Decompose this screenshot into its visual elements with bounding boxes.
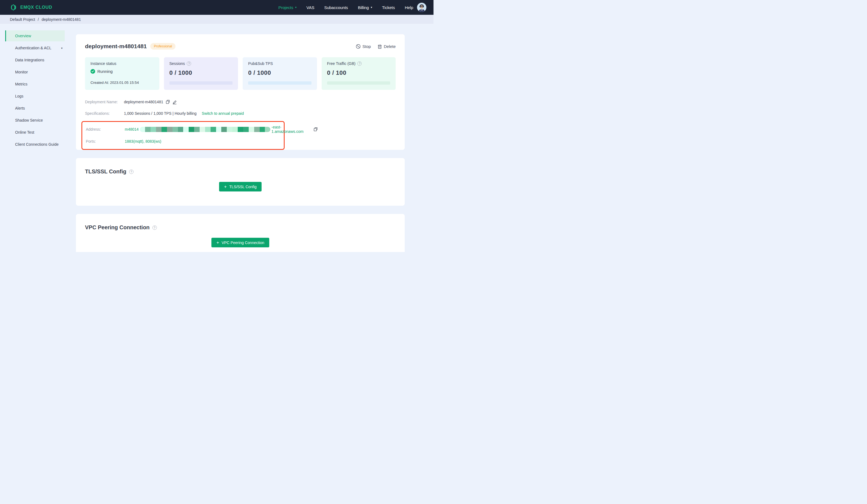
stat-value: 0 / 1000 xyxy=(170,69,233,76)
nav-item-help[interactable]: Help xyxy=(405,5,413,10)
deployment-details: Deployment Name: deployment-m4801481 xyxy=(85,98,396,150)
vpc-peering-card: VPC Peering Connection ? + VPC Peering C… xyxy=(76,214,405,252)
sidebar-item-label: Shadow Service xyxy=(15,118,43,122)
sidebar-item-client-connections-guide[interactable]: Client Connections Guide xyxy=(5,139,65,150)
breadcrumb-project[interactable]: Default Project xyxy=(10,17,35,22)
specifications-row: Specifications: 1,000 Sessions / 1,000 T… xyxy=(85,110,396,117)
nav-item-subaccounts[interactable]: Subaccounts xyxy=(324,5,348,10)
brand[interactable]: EMQX CLOUD xyxy=(10,3,52,11)
stat-label: Pub&Sub TPS xyxy=(248,61,273,66)
stat-value: 0 / 100 xyxy=(327,69,390,76)
sidebar-item-label: Logs xyxy=(15,94,23,98)
main-content: deployment-m4801481 Professional Stop xyxy=(76,24,405,252)
chevron-down-icon: ▾ xyxy=(371,6,372,9)
sidebar-item-alerts[interactable]: Alerts xyxy=(5,103,65,114)
stat-label: Instance status xyxy=(90,61,154,66)
help-icon[interactable]: ? xyxy=(357,61,362,66)
sidebar-item-monitor[interactable]: Monitor xyxy=(5,67,65,77)
sidebar-item-online-test[interactable]: Online Test xyxy=(5,127,65,138)
deployment-header: deployment-m4801481 Professional Stop xyxy=(85,34,396,50)
copy-icon xyxy=(165,100,170,104)
tls-section-title: TLS/SSL Config xyxy=(85,168,126,175)
stop-button[interactable]: Stop xyxy=(356,44,371,49)
nav-item-label: Billing xyxy=(358,5,369,10)
plan-badge: Professional xyxy=(150,43,175,50)
trash-icon xyxy=(377,44,382,49)
specifications-value: 1,000 Sessions / 1,000 TPS | Hourly bill… xyxy=(124,111,196,116)
ports-value: 1883(mqtt), 8083(ws) xyxy=(125,139,161,143)
nav-item-billing[interactable]: Billing ▾ xyxy=(358,5,372,10)
annotation-highlight-box: Address: m48014 -east-1.amazonaws.com xyxy=(82,121,285,150)
address-row: Address: m48014 -east-1.amazonaws.com xyxy=(86,125,284,134)
sidebar-item-label: Overview xyxy=(15,34,31,38)
sidebar-item-label: Alerts xyxy=(15,106,25,110)
avatar[interactable] xyxy=(417,3,426,12)
add-tls-ssl-config-label: TLS/SSL Config xyxy=(229,185,257,189)
help-icon[interactable]: ? xyxy=(129,169,133,174)
deployment-actions: Stop Del xyxy=(356,44,396,49)
pencil-icon xyxy=(172,100,177,105)
breadcrumb-separator: / xyxy=(38,17,39,22)
add-tls-ssl-config-button[interactable]: + TLS/SSL Config xyxy=(219,182,261,191)
stat-card: Free Traffic (GB) ? 0 / 100 xyxy=(322,57,396,90)
copy-icon xyxy=(313,127,318,131)
help-icon[interactable]: ? xyxy=(152,226,157,230)
stat-label: Free Traffic (GB) xyxy=(327,61,356,66)
status-badge: Running xyxy=(97,69,113,74)
created-at: Created At: 2023.01.05 15:54 xyxy=(90,80,154,85)
sidebar-item-authentication-acl[interactable]: Authentication & ACL ▾ xyxy=(5,42,65,53)
stat-card: Pub&Sub TPS 0 / 1000 xyxy=(243,57,317,90)
check-circle-icon xyxy=(90,69,95,74)
breadcrumb-deployment: deployment-m4801481 xyxy=(42,17,81,22)
sidebar-item-label: Data Integrations xyxy=(15,58,44,62)
delete-button[interactable]: Delete xyxy=(377,44,396,49)
redacted-address-segment xyxy=(140,127,271,132)
edit-deployment-name-button[interactable] xyxy=(172,100,177,105)
stop-button-label: Stop xyxy=(363,44,371,49)
stat-progress-bar xyxy=(248,81,311,85)
help-icon[interactable]: ? xyxy=(187,61,191,66)
sidebar-item-overview[interactable]: Overview xyxy=(5,30,65,41)
add-vpc-peering-button[interactable]: + VPC Peering Connection xyxy=(211,238,269,247)
plus-icon: + xyxy=(216,240,219,245)
add-vpc-peering-label: VPC Peering Connection xyxy=(222,241,264,245)
stat-card-status: Instance status Running Created At: 2023… xyxy=(85,57,159,90)
top-nav: Projects ▾ VAS Subaccounts Billing ▾ Tic… xyxy=(278,5,413,10)
ban-icon xyxy=(356,44,361,49)
deployment-name-row: Deployment Name: deployment-m4801481 xyxy=(85,98,396,106)
copy-address-button[interactable] xyxy=(313,127,318,131)
copy-deployment-name-button[interactable] xyxy=(165,100,170,104)
stat-progress-bar xyxy=(170,81,233,85)
sidebar-item-shadow-service[interactable]: Shadow Service xyxy=(5,115,65,126)
page-title: deployment-m4801481 xyxy=(85,43,147,50)
sidebar-item-metrics[interactable]: Metrics xyxy=(5,79,65,90)
stat-progress-bar xyxy=(327,81,390,85)
nav-item-label: Tickets xyxy=(382,5,395,10)
deployment-name-value: deployment-m4801481 xyxy=(124,100,163,104)
switch-annual-prepaid-link[interactable]: Switch to annual prepaid xyxy=(202,111,244,116)
nav-item-label: VAS xyxy=(306,5,314,10)
address-suffix: -east-1.amazonaws.com xyxy=(271,125,311,134)
delete-button-label: Delete xyxy=(384,44,396,49)
nav-item-projects[interactable]: Projects ▾ xyxy=(278,5,297,10)
address-label: Address: xyxy=(86,127,125,131)
tls-ssl-config-card: TLS/SSL Config ? + TLS/SSL Config xyxy=(76,158,405,206)
stat-card: Sessions ? 0 / 1000 xyxy=(164,57,238,90)
stat-value: 0 / 1000 xyxy=(248,69,311,76)
specifications-label: Specifications: xyxy=(85,111,124,116)
plus-icon: + xyxy=(224,184,227,189)
sidebar-item-logs[interactable]: Logs xyxy=(5,91,65,102)
top-bar: EMQX CLOUD Projects ▾ VAS Subaccounts Bi… xyxy=(0,0,434,15)
nav-item-label: Help xyxy=(405,5,413,10)
ports-label: Ports: xyxy=(86,139,125,143)
nav-item-tickets[interactable]: Tickets xyxy=(382,5,395,10)
nav-item-vas[interactable]: VAS xyxy=(306,5,314,10)
stats-row: Instance status Running Created At: 2023… xyxy=(85,57,396,90)
sidebar-item-data-integrations[interactable]: Data Integrations xyxy=(5,55,65,65)
sidebar-item-label: Authentication & ACL xyxy=(15,46,51,50)
emqx-logo-icon xyxy=(10,3,18,11)
sidebar-item-label: Client Connections Guide xyxy=(15,142,59,146)
deployment-name-label: Deployment Name: xyxy=(85,100,124,104)
brand-name: EMQX CLOUD xyxy=(20,5,52,10)
sidebar-item-label: Online Test xyxy=(15,130,34,134)
